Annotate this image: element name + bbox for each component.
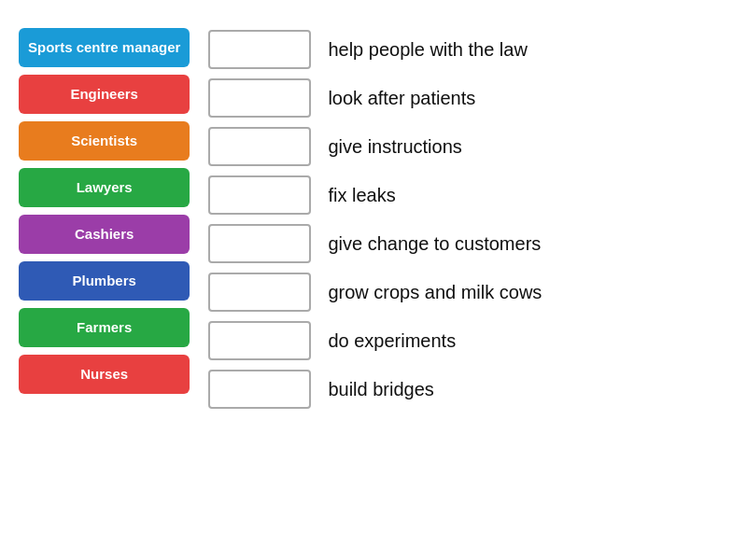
right-panel: help people with the lawlook after patie… bbox=[208, 28, 728, 409]
drop-box-row-7[interactable] bbox=[208, 321, 311, 360]
match-row-row-1: help people with the law bbox=[208, 30, 728, 69]
match-row-row-3: give instructions bbox=[208, 127, 728, 166]
drop-box-row-1[interactable] bbox=[208, 30, 311, 69]
match-row-row-2: look after patients bbox=[208, 78, 728, 118]
drop-box-row-2[interactable] bbox=[208, 78, 311, 118]
match-text-row-6: grow crops and milk cows bbox=[328, 282, 542, 303]
drop-box-row-5[interactable] bbox=[208, 224, 311, 263]
job-btn-engineers[interactable]: Engineers bbox=[19, 75, 190, 114]
match-text-row-8: build bridges bbox=[328, 379, 433, 400]
match-row-row-7: do experiments bbox=[208, 321, 728, 360]
match-text-row-4: fix leaks bbox=[328, 185, 395, 206]
left-panel: Sports centre managerEngineersScientists… bbox=[19, 28, 190, 409]
drop-box-row-3[interactable] bbox=[208, 127, 311, 166]
match-text-row-3: give instructions bbox=[328, 136, 461, 158]
match-row-row-8: build bridges bbox=[208, 370, 728, 409]
match-row-row-6: grow crops and milk cows bbox=[208, 273, 728, 312]
job-btn-farmers[interactable]: Farmers bbox=[19, 308, 190, 347]
job-btn-nurses[interactable]: Nurses bbox=[19, 355, 190, 394]
match-text-row-2: look after patients bbox=[328, 88, 475, 109]
match-text-row-1: help people with the law bbox=[328, 39, 527, 61]
match-row-row-4: fix leaks bbox=[208, 175, 728, 215]
job-btn-cashiers[interactable]: Cashiers bbox=[19, 215, 190, 254]
drop-box-row-6[interactable] bbox=[208, 273, 311, 312]
main-container: Sports centre managerEngineersScientists… bbox=[19, 28, 728, 409]
drop-box-row-4[interactable] bbox=[208, 175, 311, 215]
job-btn-plumbers[interactable]: Plumbers bbox=[19, 261, 190, 301]
match-row-row-5: give change to customers bbox=[208, 224, 728, 263]
drop-box-row-8[interactable] bbox=[208, 370, 311, 409]
job-btn-scientists[interactable]: Scientists bbox=[19, 121, 190, 161]
match-text-row-7: do experiments bbox=[328, 330, 456, 352]
job-btn-sports-centre-manager[interactable]: Sports centre manager bbox=[19, 28, 190, 67]
job-btn-lawyers[interactable]: Lawyers bbox=[19, 168, 190, 207]
match-text-row-5: give change to customers bbox=[328, 233, 541, 255]
